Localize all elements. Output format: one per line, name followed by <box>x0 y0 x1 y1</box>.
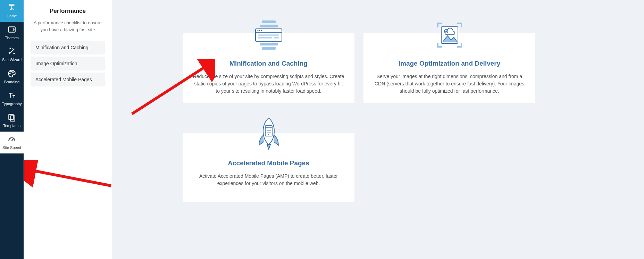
rocket-icon <box>248 114 290 156</box>
content-area: Minification and Caching Reduce the size… <box>112 0 644 259</box>
subpanel-title: Performance <box>31 8 105 15</box>
svg-point-3 <box>10 48 11 49</box>
stack-icon <box>248 14 290 56</box>
wand-icon <box>6 47 17 56</box>
svg-rect-20 <box>262 47 276 50</box>
card-wrap: Accelerated Mobile Pages Activate Accele… <box>183 112 354 202</box>
svg-rect-19 <box>260 43 278 45</box>
card-title: Image Optimization and Delivery <box>373 60 526 67</box>
mainnav-item-sitespeed[interactable]: Site Speed <box>0 132 24 153</box>
mainnav-item-label: Branding <box>4 80 19 84</box>
subpanel-item-minification[interactable]: Minification and Caching <box>31 41 105 55</box>
card-amp[interactable]: Accelerated Mobile Pages Activate Accele… <box>183 133 354 202</box>
svg-rect-8 <box>10 116 15 121</box>
mainnav-item-themes[interactable]: Themes <box>0 22 24 44</box>
mainnav-item-label: Templates <box>3 124 20 128</box>
subpanel-item-label: Minification and Caching <box>35 45 89 50</box>
svg-point-6 <box>12 72 13 72</box>
subpanel-item-amp[interactable]: Accelerated Mobile Pages <box>31 73 105 86</box>
mainnav-item-label: Typography <box>2 102 22 106</box>
card-title: Accelerated Mobile Pages <box>192 159 345 167</box>
subpanel-description: A performance checklist to ensure you ha… <box>31 19 105 33</box>
mainnav-item-typography[interactable]: Typography <box>0 88 24 110</box>
svg-point-13 <box>257 30 258 31</box>
card-imageopt[interactable]: Image Optimization and Delivery Serve yo… <box>363 33 535 103</box>
svg-point-2 <box>14 53 14 54</box>
card-grid: Minification and Caching Reduce the size… <box>183 12 626 202</box>
palette-icon <box>6 69 17 78</box>
svg-point-5 <box>11 71 11 72</box>
mainnav-item-label: Site Wizard <box>2 58 22 62</box>
subpanel-item-imageopt[interactable]: Image Optimization <box>31 57 105 70</box>
picture-icon <box>429 14 470 56</box>
main-nav: Home Themes Site Wizard Branding Typogra… <box>0 0 24 259</box>
typography-icon <box>6 91 17 100</box>
card-minification[interactable]: Minification and Caching Reduce the size… <box>183 33 354 103</box>
svg-rect-9 <box>262 20 276 23</box>
mainnav-item-sitewizard[interactable]: Site Wizard <box>0 44 24 66</box>
mainnav-item-label: Home <box>7 14 17 18</box>
mainnav-item-templates[interactable]: Templates <box>0 110 24 132</box>
svg-rect-0 <box>10 4 14 5</box>
mainnav-item-label: Site Speed <box>2 145 21 150</box>
mainnav-item-label: Themes <box>5 36 19 40</box>
card-text: Activate Accelerated Mobile Pages (AMP) … <box>192 173 345 187</box>
svg-point-4 <box>10 73 10 74</box>
home-icon <box>6 3 17 12</box>
svg-point-15 <box>261 30 262 31</box>
svg-point-14 <box>259 30 260 31</box>
card-wrap: Image Optimization and Delivery Serve yo… <box>363 12 535 103</box>
card-text: Serve your images at the right dimension… <box>373 73 526 95</box>
subpanel-item-label: Accelerated Mobile Pages <box>35 77 92 82</box>
card-title: Minification and Caching <box>192 60 345 67</box>
subpanel-item-label: Image Optimization <box>35 61 77 66</box>
mainnav-item-branding[interactable]: Branding <box>0 66 24 88</box>
card-text: Reduce the size of your site by compress… <box>192 73 345 95</box>
mainnav-item-home[interactable]: Home <box>0 0 24 22</box>
svg-rect-7 <box>9 114 13 119</box>
sub-panel: Performance A performance checklist to e… <box>24 0 112 259</box>
svg-point-27 <box>268 134 269 135</box>
card-wrap: Minification and Caching Reduce the size… <box>183 12 354 103</box>
svg-rect-10 <box>260 25 278 27</box>
templates-icon <box>6 113 17 122</box>
themes-icon <box>6 25 17 34</box>
gauge-icon <box>6 135 17 143</box>
